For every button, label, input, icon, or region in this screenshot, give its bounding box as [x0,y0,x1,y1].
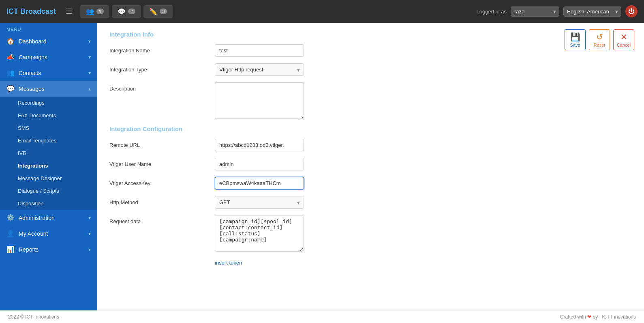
sidebar-label-dashboard: Dashboard [19,38,47,45]
http-method-select-wrapper: GET POST [215,196,304,209]
sidebar-label-campaigns: Campaigns [19,54,47,60]
chevron-my-account: ▾ [88,231,91,237]
sidebar-item-messages[interactable]: 💬 Messages ▴ [0,81,97,97]
sidebar-item-message-designer[interactable]: Message Designer [0,172,97,185]
user-select[interactable]: raza [511,6,559,17]
sidebar-item-reports[interactable]: 📊 Reports ▾ [0,241,97,257]
chevron-reports: ▾ [88,247,91,252]
brand-name: ICT Broadcast [6,7,56,16]
campaigns-icon: 📣 [6,53,15,61]
vtiger-username-row: Vtiger User Name [109,158,632,170]
top-header: ICT Broadcast ☰ 👥 1 💬 2 ✏️ 3 Logged in a… [0,0,644,23]
insert-token-link[interactable]: insert token [215,260,242,266]
sidebar-item-dialogue-scripts[interactable]: Dialogue / Scripts [0,185,97,197]
sidebar-label-reports: Reports [19,246,39,253]
chevron-dashboard: ▾ [88,39,91,44]
my-account-icon: 👤 [6,230,15,237]
copyright: 2022 © ICT Innovations [8,314,59,320]
sidebar-item-ivr[interactable]: IVR [0,147,97,159]
header-right: Logged in as raza English, American ⏻ [477,5,638,17]
sidebar-item-campaigns[interactable]: 📣 Campaigns ▾ [0,49,97,65]
reset-icon: ↺ [596,32,603,42]
header-tab-1[interactable]: 👥 1 [80,5,109,18]
vtiger-accesskey-label: Vtiger AccessKey [109,177,215,186]
integration-type-row: Integration Type Vtiger Http request [109,63,632,76]
sidebar-item-contacts[interactable]: 👥 Contacts ▾ [0,65,97,81]
heart-icon: ❤ [587,314,591,320]
cancel-icon: ✕ [620,32,627,42]
save-label: Save [570,43,580,47]
sidebar: MENU 🏠 Dashboard ▾ 📣 Campaigns ▾ 👥 Conta… [0,23,97,310]
vtiger-username-input[interactable] [215,158,304,170]
sidebar-item-email-templates[interactable]: Email Templates [0,134,97,147]
description-textarea[interactable] [215,82,304,119]
messages-icon: 💬 [6,85,15,93]
layout: MENU 🏠 Dashboard ▾ 📣 Campaigns ▾ 👥 Conta… [0,23,644,310]
remote-url-row: Remote URL [109,139,632,151]
vtiger-accesskey-row: Vtiger AccessKey [109,177,632,189]
by-text: by [593,314,598,320]
main-content: 💾 Save ↺ Reset ✕ Cancel Integration Info… [97,23,644,310]
reset-label: Reset [594,43,605,47]
crafted-text: Crafted with [560,314,586,320]
tab-3-icon: ✏️ [149,8,157,15]
tab-1-badge: 1 [96,9,104,14]
logout-button[interactable]: ⏻ [625,5,638,17]
integration-info-title: Integration Info [109,31,632,38]
remote-url-input[interactable] [215,139,304,151]
integration-name-row: Integration Name [109,44,632,57]
chevron-messages: ▴ [88,86,91,92]
request-data-row: Request data [campaign_id][spool_id] [co… [109,215,632,252]
administration-icon: ⚙️ [6,214,15,222]
footer: 2022 © ICT Innovations Crafted with ❤ by… [0,310,644,323]
reports-icon: 📊 [6,245,15,253]
sidebar-item-fax-documents[interactable]: FAX Documents [0,109,97,122]
remote-url-label: Remote URL [109,139,215,148]
tab-2-icon: 💬 [118,8,126,15]
messages-submenu: Recordings FAX Documents SMS Email Templ… [0,97,97,210]
request-data-textarea[interactable]: [campaign_id][spool_id] [contact:contact… [215,215,304,252]
description-label: Description [109,82,215,92]
cancel-label: Cancel [617,43,631,47]
request-data-label: Request data [109,215,215,224]
integration-type-label: Integration Type [109,63,215,73]
sidebar-item-my-account[interactable]: 👤 My Account ▾ [0,226,97,241]
sidebar-item-dashboard[interactable]: 🏠 Dashboard ▾ [0,33,97,49]
http-method-row: Http Method GET POST [109,196,632,209]
sidebar-item-sms[interactable]: SMS [0,122,97,134]
action-buttons: 💾 Save ↺ Reset ✕ Cancel [565,29,634,50]
sidebar-label-contacts: Contacts [19,70,41,76]
chevron-contacts: ▾ [88,70,91,76]
http-method-select[interactable]: GET POST [215,196,304,209]
logged-in-label: Logged in as [477,9,507,15]
save-icon: 💾 [570,32,580,42]
crafted-by: Crafted with ❤ by ICT Innovations [560,314,636,320]
sidebar-label-messages: Messages [19,86,45,92]
sidebar-item-disposition[interactable]: Disposition [0,197,97,210]
dashboard-icon: 🏠 [6,37,15,45]
reset-button[interactable]: ↺ Reset [589,29,610,50]
cancel-button[interactable]: ✕ Cancel [613,29,634,50]
lang-select-wrapper: English, American [563,6,621,17]
chevron-campaigns: ▾ [88,54,91,60]
integration-type-select[interactable]: Vtiger Http request [215,63,304,76]
contacts-icon: 👥 [6,69,15,77]
hamburger-icon[interactable]: ☰ [66,7,72,16]
header-tab-2[interactable]: 💬 2 [112,5,141,18]
menu-label: MENU [0,23,97,33]
save-button[interactable]: 💾 Save [565,29,586,50]
chevron-administration: ▾ [88,215,91,221]
integration-name-input[interactable] [215,44,304,57]
description-row: Description [109,82,632,119]
header-tab-3[interactable]: ✏️ 3 [143,5,173,18]
sidebar-item-administration[interactable]: ⚙️ Administration ▾ [0,210,97,226]
tab-2-badge: 2 [128,9,135,14]
lang-select[interactable]: English, American [563,6,621,17]
sidebar-item-recordings[interactable]: Recordings [0,97,97,109]
vtiger-accesskey-input[interactable] [215,177,304,189]
integration-type-select-wrapper: Vtiger Http request [215,63,304,76]
sidebar-item-integrations[interactable]: Integrations [0,159,97,172]
company-name: ICT Innovations [602,314,636,320]
vtiger-username-label: Vtiger User Name [109,158,215,167]
tab-1-icon: 👥 [86,8,94,15]
